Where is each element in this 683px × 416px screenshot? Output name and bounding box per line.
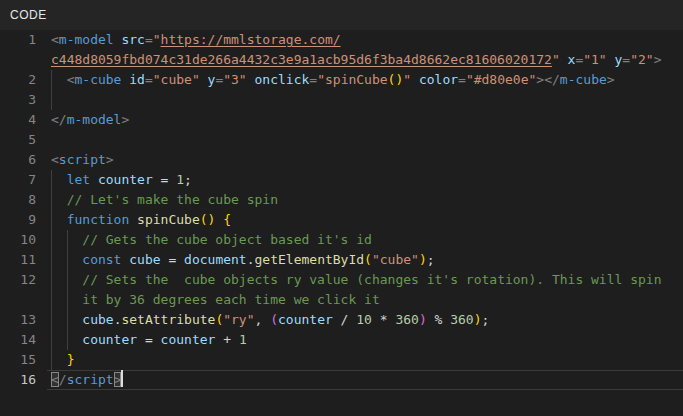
code-token: () [200,212,216,227]
code-token: ></ [536,72,559,87]
code-token: 1 [239,332,247,347]
code-token: { [223,212,231,227]
code-row[interactable]: 16</script> [0,370,683,390]
code-token: script [59,152,106,167]
code-row[interactable]: 4</m-model> [0,110,683,130]
code-token: it by 36 degrees each time we click it [82,292,379,307]
code-token: = [161,252,184,267]
code-text: // Let's make the cube spin [51,192,278,207]
code-row[interactable]: c448d8059fbd074c31de266a4432c3e9a1acb95d… [0,50,683,70]
code-text: counter = counter + 1 [51,332,247,347]
line-number[interactable]: 13 [0,310,47,330]
line-number[interactable]: 15 [0,350,47,370]
code-row[interactable]: 10 // Gets the cube object based it's id [0,230,683,250]
code-token: // Gets the cube object based it's id [82,232,372,247]
code-text: it by 36 degrees each time we click it [51,292,380,307]
code-token: src [121,32,144,47]
line-number[interactable]: 10 [0,230,47,250]
code-token: counter [82,332,137,347]
code-token: "#d80e0e" [466,72,536,87]
code-row[interactable]: 1<m-model src="https://mmlstorage.com/ [0,30,683,50]
code-row[interactable]: 8 // Let's make the cube spin [0,190,683,210]
code-token [51,292,82,307]
code-text: <m-cube id="cube" y="3" onclick="spinCub… [51,72,615,87]
code-token: * [372,312,395,327]
code-line: c448d8059fbd074c31de266a4432c3e9a1acb95d… [47,50,683,70]
code-token: // Let's make the cube spin [67,192,278,207]
code-token: ( [364,252,372,267]
code-token: // Sets the cube objects ry value (chang… [82,272,661,287]
line-number[interactable]: 1 [0,30,47,50]
code-token: counter [161,332,216,347]
code-token [129,212,137,227]
indent-guide [51,90,52,110]
code-token: m-cube [74,72,121,87]
code-row[interactable]: 13 cube.setAttribute("ry", (counter / 10… [0,310,683,330]
code-token: < [51,32,59,47]
code-row[interactable]: 3 [0,90,683,110]
code-token: > [654,52,662,67]
line-number[interactable]: 16 [0,370,47,390]
code-token: ( [270,312,278,327]
code-token: > [121,112,129,127]
code-token [51,232,82,247]
code-token: = [309,72,317,87]
panel-header: CODE [0,0,683,30]
code-row[interactable]: it by 36 degrees each time we click it [0,290,683,310]
line-number[interactable] [0,290,47,310]
line-number[interactable]: 12 [0,270,47,290]
code-line: it by 36 degrees each time we click it [47,290,683,310]
code-line: <m-cube id="cube" y="3" onclick="spinCub… [47,70,683,90]
code-editor[interactable]: 1<m-model src="https://mmlstorage.com/c4… [0,30,683,416]
code-token: "cube" [372,252,419,267]
code-row[interactable]: 9 function spinCube() { [0,210,683,230]
code-token: ) [474,312,482,327]
code-row[interactable]: 6<script> [0,150,683,170]
code-token [560,52,568,67]
code-token: cube [82,312,113,327]
line-number[interactable]: 7 [0,170,47,190]
code-token [200,72,208,87]
code-token: document [184,252,247,267]
line-number[interactable]: 9 [0,210,47,230]
line-number[interactable]: 5 [0,130,47,150]
code-token: cube [129,252,160,267]
code-token: "spinCube [317,72,387,87]
code-token: " [153,32,161,47]
code-text: const cube = document.getElementById("cu… [51,252,435,267]
code-token: ) [419,252,427,267]
line-number[interactable]: 6 [0,150,47,170]
code-panel: CODE 1<m-model src="https://mmlstorage.c… [0,0,683,416]
code-token: " [403,72,411,87]
line-number[interactable]: 8 [0,190,47,210]
code-line: // Let's make the cube spin [47,190,683,210]
code-token: > [607,72,615,87]
code-token [51,252,82,267]
code-line: </script> [47,370,683,390]
line-number[interactable] [0,50,47,70]
code-token: 360 [450,312,473,327]
code-token [51,72,67,87]
line-number[interactable]: 4 [0,110,47,130]
code-row[interactable]: 15 } [0,350,683,370]
code-row[interactable]: 5 [0,130,683,150]
line-number[interactable]: 2 [0,70,47,90]
code-line: } [47,350,683,370]
code-line [47,130,683,150]
code-token: m-model [59,32,114,47]
code-row[interactable]: 2 <m-cube id="cube" y="3" onclick="spinC… [0,70,683,90]
line-number[interactable]: 3 [0,90,47,110]
code-row[interactable]: 14 counter = counter + 1 [0,330,683,350]
line-number[interactable]: 14 [0,330,47,350]
code-token: / [59,372,67,387]
code-token: } [67,352,75,367]
code-row[interactable]: 12 // Sets the cube objects ry value (ch… [0,270,683,290]
code-token: + [215,332,238,347]
code-line: // Sets the cube objects ry value (chang… [47,270,683,290]
code-token: 1 [176,172,184,187]
line-number[interactable]: 11 [0,250,47,270]
matched-bracket: < [51,372,59,387]
code-row[interactable]: 11 const cube = document.getElementById(… [0,250,683,270]
code-row[interactable]: 7 let counter = 1; [0,170,683,190]
code-token [607,52,615,67]
